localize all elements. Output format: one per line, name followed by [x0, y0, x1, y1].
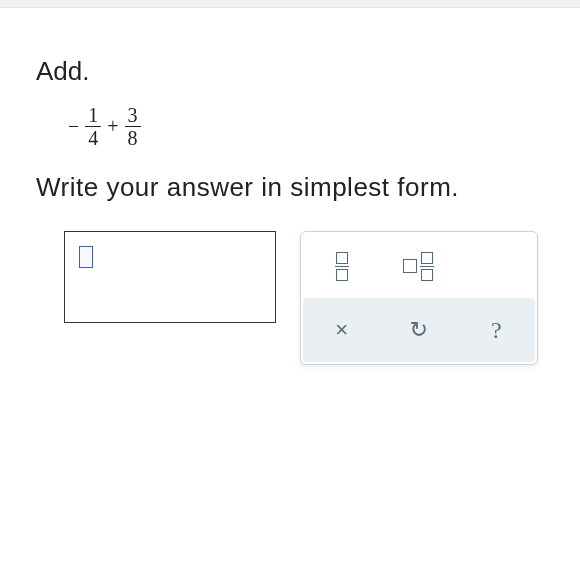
undo-button[interactable]: ↺: [389, 302, 449, 358]
answer-input[interactable]: [64, 231, 276, 323]
math-expression: − 1 4 + 3 8: [36, 105, 544, 148]
control-tools-row: × ↺ ?: [303, 298, 535, 362]
fraction-term-1: 1 4: [85, 105, 101, 148]
insert-mixed-number-button[interactable]: [389, 238, 449, 294]
fraction-1-numerator: 1: [85, 105, 101, 126]
leading-negative-sign: −: [68, 115, 79, 138]
fraction-2-denominator: 8: [125, 126, 141, 148]
fraction-1-denominator: 4: [85, 126, 101, 148]
insert-fraction-button[interactable]: [312, 238, 372, 294]
prompt-heading: Add.: [36, 56, 544, 87]
close-icon: ×: [335, 317, 348, 343]
work-area: × ↺ ?: [36, 231, 544, 365]
fraction-icon: [335, 252, 349, 281]
fraction-2-numerator: 3: [125, 105, 141, 126]
input-cursor-placeholder: [79, 246, 93, 268]
fraction-term-2: 3 8: [125, 105, 141, 148]
question-panel: Add. − 1 4 + 3 8 Write your answer in si…: [0, 8, 580, 365]
clear-button[interactable]: ×: [312, 302, 372, 358]
window-top-strip: [0, 0, 580, 8]
help-icon: ?: [491, 317, 502, 344]
undo-icon: ↺: [410, 317, 428, 343]
insert-tools-row: [303, 234, 535, 298]
help-button[interactable]: ?: [466, 302, 526, 358]
math-toolbox: × ↺ ?: [300, 231, 538, 365]
mixed-number-icon: [403, 252, 434, 281]
operator-plus: +: [107, 115, 118, 138]
instruction-text: Write your answer in simplest form.: [36, 172, 544, 203]
